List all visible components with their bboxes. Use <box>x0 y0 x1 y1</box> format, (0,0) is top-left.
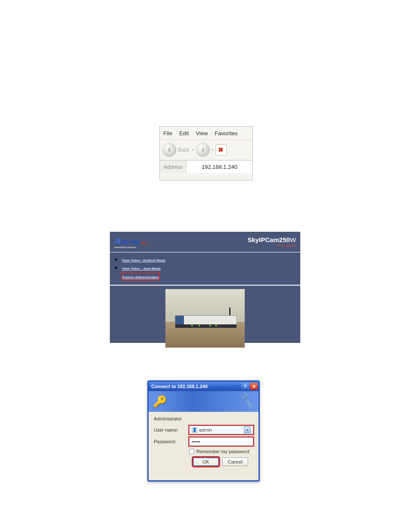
arrow-left-icon <box>166 146 173 153</box>
close-button[interactable]: ✕ <box>250 383 258 390</box>
help-button[interactable]: ? <box>241 383 249 390</box>
nav-links: View Video - ActiveX Mode View Video - J… <box>110 252 300 286</box>
menu-file[interactable]: File <box>163 130 172 137</box>
logo-tagline: networking solutions <box>114 246 146 249</box>
help-icon: ? <box>244 384 247 389</box>
back-label: Back <box>178 147 190 153</box>
back-dropdown-icon[interactable]: ▾ <box>192 148 194 152</box>
stop-x-icon: ✖ <box>218 146 224 154</box>
forward-button[interactable] <box>196 143 210 157</box>
router-device <box>175 315 237 328</box>
product-title: SkyIPCam250W IP Camera <box>247 236 296 248</box>
product-subtitle: IP Camera <box>247 243 296 248</box>
menu-edit[interactable]: Edit <box>179 130 189 137</box>
remember-checkbox[interactable] <box>189 449 194 454</box>
camera-web-page: A IRLINK 101 networking solutions SkyIPC… <box>110 232 300 343</box>
realm-label: Administrator <box>154 416 253 421</box>
link-java-mode[interactable]: View Video - Java Mode <box>122 267 161 271</box>
address-bar: Address 192.168.1.240 <box>160 160 252 173</box>
browser-toolbar-screenshot: File Edit View Favorites Back ▾ ▾ ✖ Addr… <box>159 126 253 180</box>
auth-dialog: Connect to 192.168.1.240 ? ✕ 🔑 🔧 Adminis… <box>147 380 260 482</box>
user-icon: 👤 <box>192 427 197 433</box>
logo-number: 101 <box>140 241 146 245</box>
address-label: Address <box>160 161 187 173</box>
username-field[interactable]: 👤 admin ▾ <box>189 426 253 434</box>
cancel-button[interactable]: Cancel <box>222 457 248 466</box>
close-icon: ✕ <box>252 384 256 389</box>
wrench-icon: 🔧 <box>237 391 257 410</box>
password-value: ••••• <box>192 439 200 444</box>
auth-form: Administrator User name: 👤 admin ▾ Passw… <box>149 412 258 470</box>
password-field[interactable]: ••••• <box>189 437 253 446</box>
link-activex-mode[interactable]: View Video - ActiveX Mode <box>122 258 165 262</box>
menu-view[interactable]: View <box>196 130 208 137</box>
menu-bar: File Edit View Favorites <box>160 127 252 140</box>
logo-text: IRLINK <box>121 239 140 246</box>
dialog-title: Connect to 192.168.1.240 <box>151 384 208 389</box>
link-system-administration[interactable]: System Administration <box>122 275 159 279</box>
forward-dropdown-icon[interactable]: ▾ <box>212 148 214 152</box>
dialog-banner: 🔑 🔧 <box>149 391 258 412</box>
username-label: User name: <box>154 427 189 432</box>
address-input[interactable]: 192.168.1.240 <box>187 161 252 173</box>
video-preview-area <box>110 286 300 352</box>
menu-favorites[interactable]: Favorites <box>215 130 237 137</box>
keys-icon: 🔑 <box>153 395 167 408</box>
password-label: Password: <box>154 439 189 444</box>
back-button[interactable] <box>162 143 176 157</box>
arrow-right-icon <box>199 146 206 153</box>
logo-a: A <box>114 236 121 247</box>
navigation-toolbar: Back ▾ ▾ ✖ <box>160 140 252 160</box>
logo: A IRLINK 101 networking solutions <box>114 236 146 249</box>
stop-button[interactable]: ✖ <box>215 144 227 156</box>
dialog-titlebar: Connect to 192.168.1.240 ? ✕ <box>149 382 258 391</box>
camera-video-frame <box>165 289 245 348</box>
page-header: A IRLINK 101 networking solutions SkyIPC… <box>110 232 300 252</box>
chevron-down-icon[interactable]: ▾ <box>244 426 251 433</box>
product-name: SkyIPCam250 <box>247 236 290 243</box>
ok-button[interactable]: OK <box>193 457 219 466</box>
username-value: admin <box>199 427 212 432</box>
product-suffix: W <box>290 236 296 243</box>
remember-label: Remember my password <box>196 449 249 454</box>
